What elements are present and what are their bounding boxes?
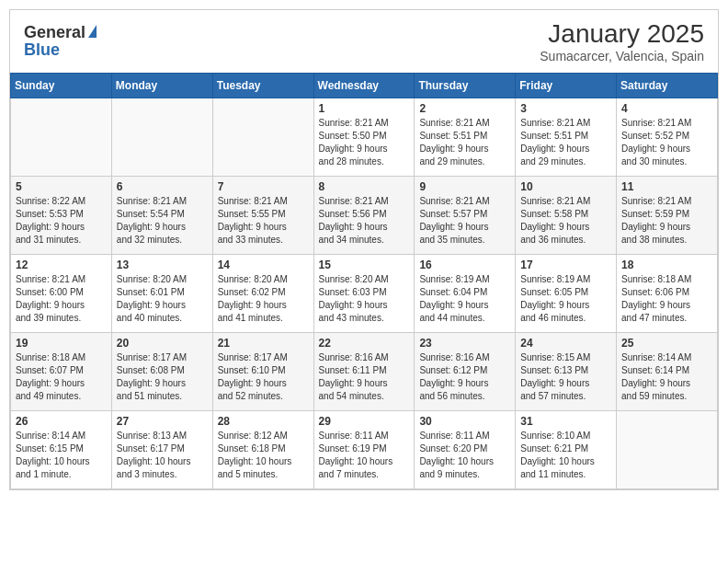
cell-line-18-1: Sunset: 6:06 PM <box>621 287 689 297</box>
calendar-cell-w2d3: 7Sunrise: 8:21 AMSunset: 5:55 PMDaylight… <box>212 177 313 255</box>
cell-line-9-3: and 35 minutes. <box>419 235 484 245</box>
cell-line-17-2: Daylight: 9 hours <box>520 300 589 310</box>
calendar-cell-w5d3: 28Sunrise: 8:12 AMSunset: 6:18 PMDayligh… <box>212 411 313 489</box>
calendar-cell-w3d3: 14Sunrise: 8:20 AMSunset: 6:02 PMDayligh… <box>212 255 313 333</box>
cell-content-14: Sunrise: 8:20 AMSunset: 6:02 PMDaylight:… <box>218 273 309 325</box>
location-label: Sumacarcer, Valencia, Spain <box>540 49 704 63</box>
cell-line-29-2: Daylight: 10 hours <box>319 456 393 466</box>
day-number-19: 19 <box>16 337 107 350</box>
day-number-16: 16 <box>419 259 510 271</box>
header-saturday: Saturday <box>617 74 718 98</box>
calendar-cell-w3d4: 15Sunrise: 8:20 AMSunset: 6:03 PMDayligh… <box>313 255 415 333</box>
day-number-21: 21 <box>218 337 309 350</box>
cell-line-13-1: Sunset: 6:01 PM <box>117 287 185 297</box>
day-number-5: 5 <box>16 180 107 193</box>
calendar-cell-w4d7: 25Sunrise: 8:14 AMSunset: 6:14 PMDayligh… <box>617 333 718 411</box>
cell-content-2: Sunrise: 8:21 AMSunset: 5:51 PMDaylight:… <box>419 117 510 168</box>
cell-line-3-2: Daylight: 9 hours <box>520 144 589 154</box>
cell-content-30: Sunrise: 8:11 AMSunset: 6:20 PMDaylight:… <box>419 430 510 481</box>
cell-line-7-1: Sunset: 5:55 PM <box>218 209 286 219</box>
cell-line-7-2: Daylight: 9 hours <box>218 222 287 232</box>
cell-content-6: Sunrise: 8:21 AMSunset: 5:54 PMDaylight:… <box>117 195 208 247</box>
cell-line-1-1: Sunset: 5:50 PM <box>319 131 387 141</box>
cell-line-18-3: and 47 minutes. <box>621 313 687 323</box>
cell-line-23-2: Daylight: 9 hours <box>419 378 488 388</box>
cell-line-9-1: Sunset: 5:57 PM <box>419 209 487 219</box>
cell-content-19: Sunrise: 8:18 AMSunset: 6:07 PMDaylight:… <box>16 351 107 403</box>
cell-line-16-0: Sunrise: 8:19 AM <box>419 274 489 284</box>
cell-line-11-3: and 38 minutes. <box>621 235 687 245</box>
logo-blue: Blue <box>24 40 60 60</box>
cell-line-2-1: Sunset: 5:51 PM <box>419 131 487 141</box>
cell-line-16-3: and 44 minutes. <box>419 313 484 323</box>
cell-line-27-0: Sunrise: 8:13 AM <box>117 431 187 441</box>
logo-triangle-icon <box>88 25 97 38</box>
cell-line-12-1: Sunset: 6:00 PM <box>16 287 84 297</box>
week-row-5: 26Sunrise: 8:14 AMSunset: 6:15 PMDayligh… <box>11 411 718 489</box>
cell-line-17-1: Sunset: 6:05 PM <box>520 287 588 297</box>
cell-line-13-0: Sunrise: 8:20 AM <box>117 274 187 284</box>
cell-line-19-0: Sunrise: 8:18 AM <box>16 352 85 362</box>
cell-line-14-1: Sunset: 6:02 PM <box>218 287 286 297</box>
day-number-12: 12 <box>16 259 107 271</box>
cell-content-4: Sunrise: 8:21 AMSunset: 5:52 PMDaylight:… <box>621 117 712 168</box>
cell-line-19-1: Sunset: 6:07 PM <box>16 365 84 375</box>
header-monday: Monday <box>111 74 212 98</box>
cell-line-31-3: and 11 minutes. <box>520 469 586 479</box>
cell-line-4-1: Sunset: 5:52 PM <box>621 131 689 141</box>
calendar-cell-w4d6: 24Sunrise: 8:15 AMSunset: 6:13 PMDayligh… <box>516 333 617 411</box>
day-number-22: 22 <box>319 337 410 350</box>
cell-line-28-1: Sunset: 6:18 PM <box>218 443 286 454</box>
cell-content-16: Sunrise: 8:19 AMSunset: 6:04 PMDaylight:… <box>419 273 510 325</box>
week-row-4: 19Sunrise: 8:18 AMSunset: 6:07 PMDayligh… <box>11 333 718 411</box>
cell-line-20-3: and 51 minutes. <box>117 391 182 401</box>
cell-content-21: Sunrise: 8:17 AMSunset: 6:10 PMDaylight:… <box>218 351 309 403</box>
cell-line-11-1: Sunset: 5:59 PM <box>621 209 689 219</box>
day-number-6: 6 <box>117 180 208 193</box>
day-number-29: 29 <box>319 415 410 428</box>
cell-line-7-0: Sunrise: 8:21 AM <box>218 196 288 206</box>
cell-content-18: Sunrise: 8:18 AMSunset: 6:06 PMDaylight:… <box>621 273 712 325</box>
cell-line-11-2: Daylight: 9 hours <box>621 222 690 232</box>
cell-line-25-1: Sunset: 6:14 PM <box>621 365 689 375</box>
cell-line-14-3: and 41 minutes. <box>218 313 283 323</box>
cell-line-17-0: Sunrise: 8:19 AM <box>520 274 590 284</box>
day-number-8: 8 <box>319 180 410 193</box>
day-number-7: 7 <box>218 180 309 193</box>
cell-line-17-3: and 46 minutes. <box>520 313 586 323</box>
cell-line-30-1: Sunset: 6:20 PM <box>419 443 487 454</box>
cell-line-27-1: Sunset: 6:17 PM <box>117 443 185 454</box>
day-number-15: 15 <box>319 259 410 271</box>
cell-line-3-0: Sunrise: 8:21 AM <box>520 118 590 128</box>
day-number-24: 24 <box>520 337 611 350</box>
cell-line-25-2: Daylight: 9 hours <box>621 378 690 388</box>
day-number-30: 30 <box>419 415 510 428</box>
week-row-2: 5Sunrise: 8:22 AMSunset: 5:53 PMDaylight… <box>11 177 718 255</box>
calendar-cell-w5d7 <box>617 411 718 489</box>
calendar-cell-w4d3: 21Sunrise: 8:17 AMSunset: 6:10 PMDayligh… <box>212 333 313 411</box>
cell-line-2-0: Sunrise: 8:21 AM <box>419 118 489 128</box>
cell-line-29-1: Sunset: 6:19 PM <box>319 443 387 454</box>
cell-line-26-3: and 1 minute. <box>16 469 72 479</box>
cell-line-2-2: Daylight: 9 hours <box>419 144 488 154</box>
cell-line-5-2: Daylight: 9 hours <box>16 222 85 232</box>
cell-line-20-0: Sunrise: 8:17 AM <box>117 352 187 362</box>
cell-line-5-1: Sunset: 5:53 PM <box>16 209 84 219</box>
cell-line-13-3: and 40 minutes. <box>117 313 182 323</box>
cell-line-9-2: Daylight: 9 hours <box>419 222 488 232</box>
cell-content-11: Sunrise: 8:21 AMSunset: 5:59 PMDaylight:… <box>621 195 712 247</box>
header-sunday: Sunday <box>11 74 112 98</box>
cell-line-23-3: and 56 minutes. <box>419 391 484 401</box>
day-number-23: 23 <box>419 337 510 350</box>
cell-content-29: Sunrise: 8:11 AMSunset: 6:19 PMDaylight:… <box>319 430 410 481</box>
calendar-cell-w4d1: 19Sunrise: 8:18 AMSunset: 6:07 PMDayligh… <box>11 333 112 411</box>
cell-line-15-2: Daylight: 9 hours <box>319 300 388 310</box>
cell-content-27: Sunrise: 8:13 AMSunset: 6:17 PMDaylight:… <box>117 430 208 481</box>
cell-line-8-2: Daylight: 9 hours <box>319 222 388 232</box>
cell-line-21-2: Daylight: 9 hours <box>218 378 287 388</box>
cell-line-1-3: and 28 minutes. <box>319 156 384 167</box>
cell-line-4-2: Daylight: 9 hours <box>621 144 690 154</box>
cell-line-28-0: Sunrise: 8:12 AM <box>218 431 288 441</box>
cell-line-1-2: Daylight: 9 hours <box>319 144 388 154</box>
cell-content-5: Sunrise: 8:22 AMSunset: 5:53 PMDaylight:… <box>16 195 107 247</box>
